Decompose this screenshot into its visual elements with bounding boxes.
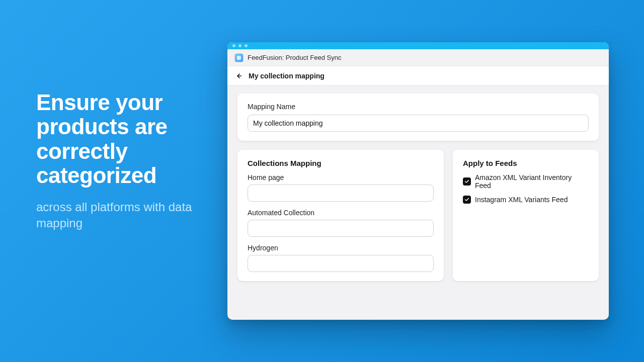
collection-label: Home page — [248, 173, 434, 182]
collections-mapping-card: Collections Mapping Home page Automated … — [237, 150, 444, 281]
window-titlebar — [227, 42, 609, 49]
page-content: Mapping Name Collections Mapping Home pa… — [227, 85, 609, 320]
hero-headline: Ensure your products are correctly categ… — [36, 90, 217, 188]
app-window: FeedFusion: Product Feed Sync My collect… — [227, 42, 609, 320]
mapping-name-input[interactable] — [248, 115, 589, 132]
feed-checkbox[interactable] — [463, 177, 471, 186]
back-arrow-icon[interactable] — [234, 72, 243, 80]
apply-to-feeds-card: Apply to Feeds Amazon XML Variant Invent… — [453, 150, 599, 281]
mapping-name-card: Mapping Name — [237, 94, 599, 141]
collection-item: Hydrogen — [248, 244, 434, 272]
app-header: FeedFusion: Product Feed Sync — [227, 49, 609, 66]
collection-label: Hydrogen — [248, 244, 434, 252]
page-title: My collection mapping — [249, 72, 325, 80]
collection-label: Automated Collection — [248, 209, 434, 217]
feed-label: Instagram XML Variants Feed — [475, 196, 568, 204]
window-dot-icon — [238, 44, 242, 47]
mapping-name-label: Mapping Name — [248, 103, 589, 111]
collection-value-input[interactable] — [248, 185, 434, 202]
window-dot-icon — [245, 44, 248, 47]
hero-copy: Ensure your products are correctly categ… — [36, 90, 217, 231]
collection-item: Automated Collection — [248, 209, 434, 237]
page-header: My collection mapping — [227, 66, 609, 85]
hero-subline: across all platforms with data mapping — [36, 199, 217, 232]
apply-to-feeds-title: Apply to Feeds — [463, 159, 589, 167]
collection-value-input[interactable] — [248, 255, 434, 272]
collection-value-input[interactable] — [248, 220, 434, 237]
collection-item: Home page — [248, 173, 434, 202]
feed-checkbox[interactable] — [463, 196, 471, 204]
window-dot-icon — [232, 44, 235, 47]
feed-item: Amazon XML Variant Inventory Feed — [463, 173, 589, 190]
collections-mapping-title: Collections Mapping — [248, 159, 434, 167]
marketing-stage: Ensure your products are correctly categ… — [0, 0, 644, 362]
app-name: FeedFusion: Product Feed Sync — [248, 54, 341, 61]
feed-item: Instagram XML Variants Feed — [463, 196, 589, 204]
app-icon — [234, 53, 244, 62]
feed-label: Amazon XML Variant Inventory Feed — [475, 173, 589, 190]
